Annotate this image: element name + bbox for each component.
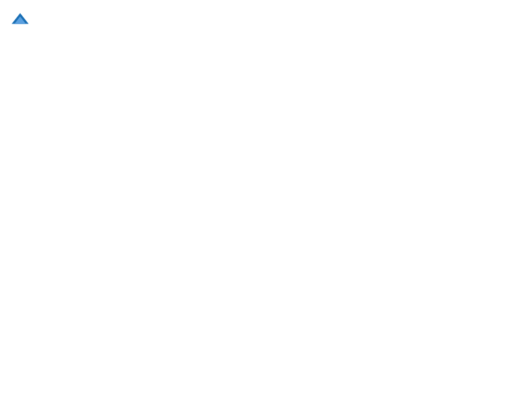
logo: [11, 11, 31, 30]
logo-icon: [11, 11, 30, 30]
page-header: [11, 11, 521, 30]
